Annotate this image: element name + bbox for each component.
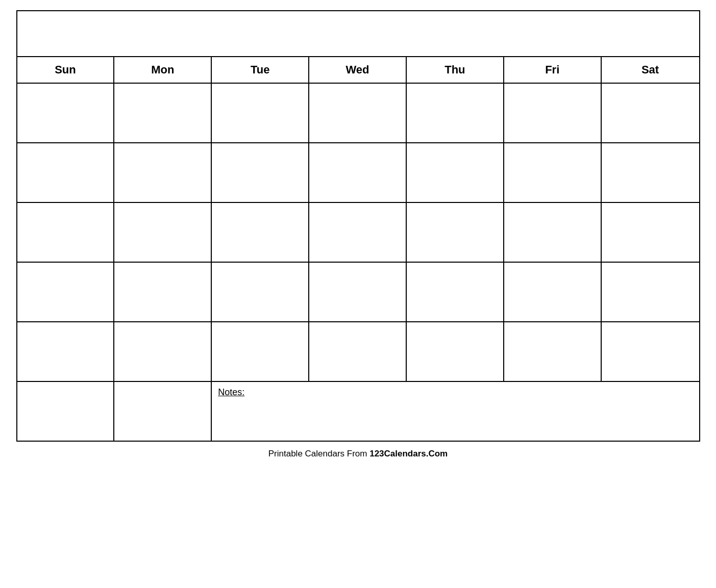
cell-r3-mon [114, 203, 212, 262]
cell-r3-tue [212, 203, 309, 262]
cell-r1-sat [602, 84, 699, 142]
cell-r1-wed [309, 84, 407, 142]
calendar-row-5 [17, 322, 699, 382]
calendar-row-notes: Notes: [17, 382, 699, 441]
header-thu: Thu [407, 57, 504, 83]
cell-r3-sat [602, 203, 699, 262]
footer: Printable Calendars From 123Calendars.Co… [268, 449, 448, 464]
header-sun: Sun [17, 57, 115, 83]
cell-r5-sun [17, 322, 115, 381]
cell-r2-thu [407, 143, 504, 202]
cell-r2-fri [504, 143, 602, 202]
cell-r2-sun [17, 143, 115, 202]
cell-r5-tue [212, 322, 309, 381]
notes-area: Notes: [212, 382, 699, 441]
calendar-row-3 [17, 203, 699, 263]
cell-r5-wed [309, 322, 407, 381]
cell-r2-sat [602, 143, 699, 202]
cell-r4-sat [602, 263, 699, 321]
cell-r3-thu [407, 203, 504, 262]
header-sat: Sat [602, 57, 699, 83]
cell-r1-thu [407, 84, 504, 142]
cell-r2-wed [309, 143, 407, 202]
cell-r2-tue [212, 143, 309, 202]
cell-r1-tue [212, 84, 309, 142]
calendar-row-1 [17, 84, 699, 143]
cell-notes-mon [114, 382, 212, 441]
cell-r3-fri [504, 203, 602, 262]
cell-r5-sat [602, 322, 699, 381]
header-wed: Wed [309, 57, 407, 83]
page-wrapper: Sun Mon Tue Wed Thu Fri Sat [0, 0, 716, 588]
header-mon: Mon [114, 57, 212, 83]
cell-r5-thu [407, 322, 504, 381]
calendar-row-2 [17, 143, 699, 203]
cell-r4-mon [114, 263, 212, 321]
cell-r1-sun [17, 84, 115, 142]
calendar-row-4 [17, 263, 699, 322]
cell-r5-fri [504, 322, 602, 381]
notes-label: Notes: [218, 387, 244, 397]
title-row [17, 11, 699, 57]
cell-r4-tue [212, 263, 309, 321]
cell-r4-fri [504, 263, 602, 321]
calendar-header: Sun Mon Tue Wed Thu Fri Sat [17, 57, 699, 84]
header-fri: Fri [504, 57, 602, 83]
footer-text-normal: Printable Calendars From [268, 449, 369, 458]
calendar-container: Sun Mon Tue Wed Thu Fri Sat [16, 10, 700, 442]
cell-r3-sun [17, 203, 115, 262]
cell-r5-mon [114, 322, 212, 381]
footer-text-bold: 123Calendars.Com [369, 449, 448, 458]
cell-r4-wed [309, 263, 407, 321]
cell-r3-wed [309, 203, 407, 262]
cell-notes-sun [17, 382, 115, 441]
cell-r4-thu [407, 263, 504, 321]
header-tue: Tue [212, 57, 309, 83]
cell-r4-sun [17, 263, 115, 321]
cell-r1-mon [114, 84, 212, 142]
calendar-body: Notes: [17, 84, 699, 441]
cell-r1-fri [504, 84, 602, 142]
cell-r2-mon [114, 143, 212, 202]
